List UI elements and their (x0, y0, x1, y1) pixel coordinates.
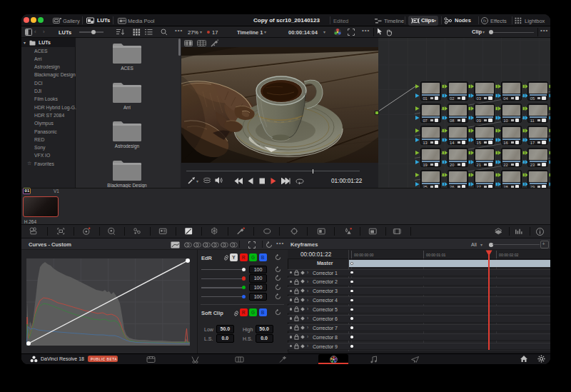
svg-text:fx: fx (483, 19, 487, 23)
